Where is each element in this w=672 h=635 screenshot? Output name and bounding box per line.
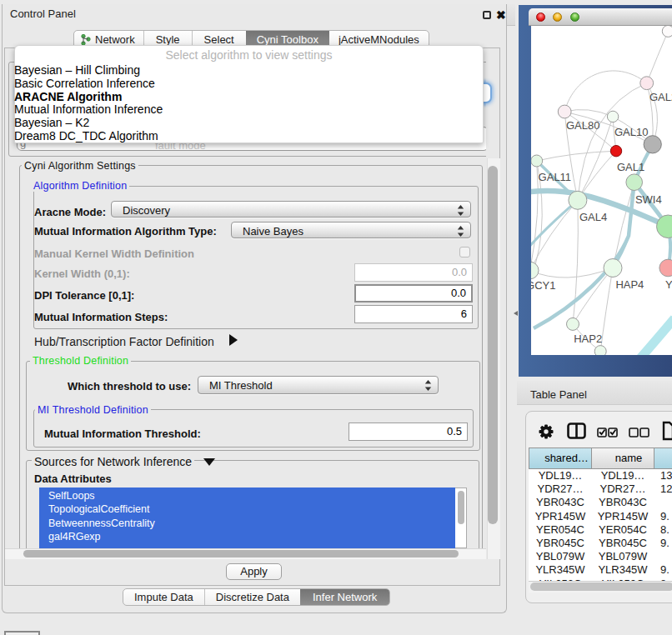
svg-text:GAL4: GAL4	[579, 211, 607, 223]
svg-text:GAL80: GAL80	[566, 119, 599, 132]
svg-text:YJ: YJ	[665, 278, 672, 291]
svg-text:HAP2: HAP2	[574, 332, 602, 345]
svg-text:GAL1: GAL1	[617, 161, 644, 173]
svg-text:HAP4: HAP4	[615, 278, 644, 291]
svg-text:GAL10: GAL10	[614, 126, 648, 138]
svg-text:GCY1: GCY1	[531, 279, 556, 292]
svg-text:SWI4: SWI4	[635, 193, 662, 206]
svg-text:GAL2: GAL2	[649, 91, 672, 103]
svg-text:GAL11: GAL11	[539, 171, 572, 183]
